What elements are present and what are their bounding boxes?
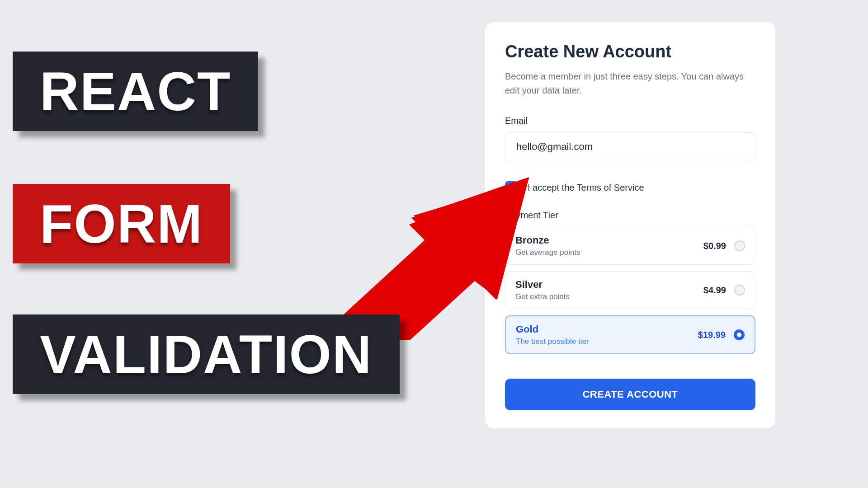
create-account-button[interactable]: CREATE ACCOUNT <box>505 379 755 410</box>
tier-price: $19.99 <box>698 330 726 340</box>
tier-gold[interactable]: Gold The best possible tier $19.99 <box>505 315 755 354</box>
card-heading: Create New Account <box>505 42 755 61</box>
card-subtitle: Become a member in just three easy steps… <box>505 70 755 98</box>
title-form-text: FORM <box>40 193 203 254</box>
title-validation-text: VALIDATION <box>40 324 373 385</box>
email-label: Email <box>505 116 755 126</box>
title-form: FORM <box>13 184 230 263</box>
title-react: REACT <box>13 52 258 131</box>
terms-row[interactable]: I accept the Terms of Service <box>505 181 755 194</box>
tier-price: $0.99 <box>703 241 726 251</box>
tier-radio[interactable] <box>734 285 745 296</box>
tier-bronze[interactable]: Bronze Get average points $0.99 <box>505 227 755 265</box>
title-validation: VALIDATION <box>13 314 400 394</box>
email-input[interactable] <box>505 132 755 161</box>
title-react-text: REACT <box>40 61 231 122</box>
tier-radio[interactable] <box>734 329 745 340</box>
tier-price: $4.99 <box>703 285 726 296</box>
terms-label: I accept the Terms of Service <box>528 183 644 193</box>
tier-radio[interactable] <box>734 240 745 251</box>
tier-list: Bronze Get average points $0.99 Silver G… <box>505 227 755 354</box>
payment-tier-label: Payment Tier <box>505 210 755 221</box>
tier-silver[interactable]: Silver Get extra points $4.99 <box>505 271 755 309</box>
